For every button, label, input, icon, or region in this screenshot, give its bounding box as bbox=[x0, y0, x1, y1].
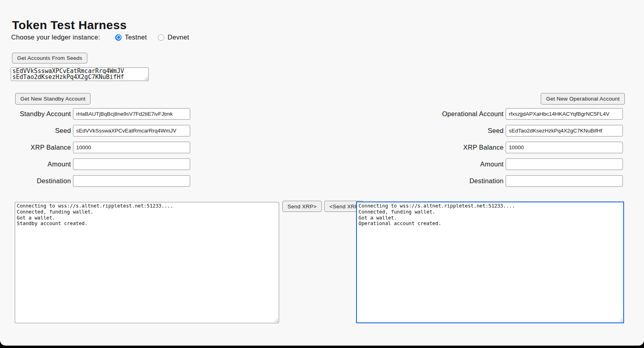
devnet-radio-icon[interactable] bbox=[158, 34, 164, 41]
app-window: Token Test Harness Choose your ledger in… bbox=[0, 0, 644, 346]
standby-destination-input[interactable] bbox=[73, 175, 190, 187]
standby-balance-input[interactable] bbox=[73, 142, 190, 153]
page-title: Token Test Harness bbox=[12, 18, 127, 32]
standby-results-textarea[interactable]: Connecting to wss://s.altnet.rippletest.… bbox=[15, 202, 279, 323]
standby-amount-input[interactable] bbox=[73, 158, 190, 170]
operational-seed-label: Seed bbox=[488, 127, 504, 134]
operational-account-row: Operational Account bbox=[420, 108, 623, 120]
devnet-radio-label: Devnet bbox=[167, 34, 189, 41]
operational-amount-row: Amount bbox=[420, 158, 623, 170]
get-accounts-from-seeds-button[interactable]: Get Accounts From Seeds bbox=[12, 53, 87, 63]
standby-amount-label: Amount bbox=[47, 160, 71, 168]
standby-seed-label: Seed bbox=[55, 127, 71, 134]
standby-balance-label: XRP Balance bbox=[31, 144, 71, 151]
operational-destination-row: Destination bbox=[420, 175, 623, 187]
standby-balance-row: XRP Balance bbox=[11, 142, 190, 153]
get-new-operational-account-button[interactable]: Get New Operational Account bbox=[541, 93, 625, 105]
operational-amount-input[interactable] bbox=[506, 158, 623, 170]
standby-form: Standby Account Seed XRP Balance Amount … bbox=[11, 108, 190, 192]
testnet-radio-icon[interactable] bbox=[115, 34, 122, 41]
standby-seed-row: Seed bbox=[11, 125, 190, 136]
seeds-textarea[interactable]: sEdVVkSsswaXPCvEatRmcarRrq4WmJV sEdTao2d… bbox=[11, 67, 149, 81]
get-new-standby-account-button[interactable]: Get New Standby Account bbox=[15, 93, 91, 105]
standby-account-row: Standby Account bbox=[11, 108, 190, 120]
devnet-radio-option[interactable]: Devnet bbox=[158, 34, 189, 41]
standby-account-input[interactable] bbox=[73, 108, 190, 120]
operational-form: Operational Account Seed XRP Balance Amo… bbox=[420, 108, 623, 192]
standby-destination-label: Destination bbox=[37, 177, 71, 185]
operational-account-label: Operational Account bbox=[442, 110, 504, 118]
testnet-radio-label: Testnet bbox=[125, 34, 147, 41]
standby-destination-row: Destination bbox=[11, 175, 190, 187]
testnet-radio-option[interactable]: Testnet bbox=[115, 34, 147, 41]
operational-amount-label: Amount bbox=[480, 160, 504, 168]
standby-account-label: Standby Account bbox=[20, 110, 71, 118]
standby-amount-row: Amount bbox=[11, 158, 190, 170]
operational-balance-input[interactable] bbox=[506, 142, 623, 153]
operational-seed-input[interactable] bbox=[506, 125, 623, 136]
operational-results-textarea[interactable]: Connecting to wss://s.altnet.rippletest.… bbox=[356, 202, 624, 323]
ledger-instance-chooser: Choose your ledger instance: Testnet Dev… bbox=[11, 34, 200, 41]
operational-balance-label: XRP Balance bbox=[463, 144, 504, 151]
operational-account-input[interactable] bbox=[506, 108, 623, 120]
ledger-instance-label: Choose your ledger instance: bbox=[11, 34, 100, 41]
operational-destination-label: Destination bbox=[469, 177, 504, 185]
operational-seed-row: Seed bbox=[420, 125, 623, 136]
standby-seed-input[interactable] bbox=[73, 125, 190, 136]
operational-balance-row: XRP Balance bbox=[420, 142, 623, 153]
operational-destination-input[interactable] bbox=[506, 175, 623, 187]
send-xrp-right-button[interactable]: Send XRP> bbox=[282, 201, 322, 212]
